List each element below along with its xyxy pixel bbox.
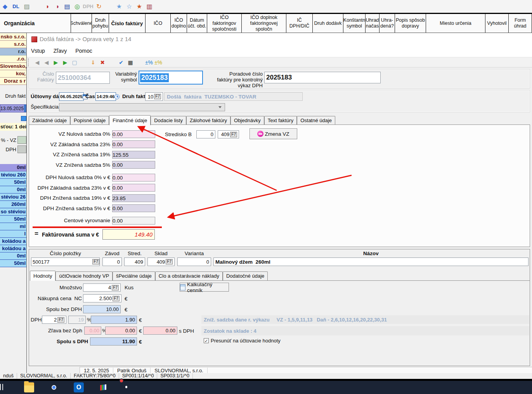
product-row[interactable]: 0ml — [0, 186, 26, 194]
calculator-icon[interactable]: ▦ — [126, 59, 135, 66]
partial-taskbar-icon[interactable] — [2, 384, 3, 390]
grid-column-header[interactable]: IČO faktoringov spoločnosti — [207, 14, 242, 33]
total-with-vat-field[interactable]: 11.90 — [90, 337, 137, 346]
tab[interactable]: šPeciálne údaje — [113, 271, 155, 280]
f7-button[interactable]: F7 — [166, 259, 173, 264]
item-number-field[interactable]: 500177 F7 — [31, 257, 100, 266]
org-row[interactable]: Doraz s r o — [0, 78, 26, 85]
product-row[interactable]: 50ml — [0, 179, 26, 186]
org-row[interactable]: r.o. — [0, 48, 26, 55]
item-name-field[interactable]: Malinový džem 260ml — [213, 257, 529, 266]
star-flame-icon[interactable]: ★ — [134, 2, 144, 12]
dph-ledger-icon[interactable]: ▤ — [62, 2, 72, 12]
finance-row-field[interactable]: 0.00 — [112, 204, 155, 212]
plant-field[interactable]: 0 — [102, 257, 122, 266]
image-icon[interactable]: ▨ — [22, 2, 32, 12]
discount-with-vat-field[interactable]: 0.00 — [143, 327, 177, 335]
center-field[interactable]: 409 — [124, 257, 145, 266]
grid-column-header[interactable]: Vyhotovil — [485, 14, 509, 33]
accounting-date-field[interactable]: 06.05.2025 — [59, 92, 84, 101]
product-row[interactable]: koládou a r — [0, 238, 26, 245]
grid-column-header[interactable]: Form úhrad — [509, 14, 532, 33]
org-row[interactable]: nsko s.r.o. — [0, 33, 26, 41]
first-record-icon[interactable]: ◀ — [33, 59, 42, 66]
tab[interactable]: Dodacie listy — [151, 116, 186, 125]
f7-button[interactable]: F7 — [92, 259, 99, 264]
time-field[interactable]: 14:29:46 — [95, 92, 116, 101]
org-row[interactable]: Slovensko, — [0, 63, 26, 70]
control-statement-number-field[interactable]: 2025183 — [264, 72, 381, 83]
grid-column-header[interactable]: IČO doplnok faktoringovej spoločn — [242, 14, 286, 33]
confirm-icon[interactable]: ✔ — [116, 59, 126, 66]
f7-button[interactable]: F7 — [112, 285, 119, 290]
grid-column-header[interactable]: Uhrad načas — [366, 14, 380, 33]
f7-button[interactable]: F7 — [154, 94, 161, 99]
finance-row-field[interactable]: 23.85 — [112, 194, 155, 202]
product-row[interactable]: 0ml — [0, 164, 26, 171]
variant-field[interactable]: 0 — [177, 257, 211, 266]
calendar-icon[interactable] — [24, 105, 26, 112]
product-row[interactable]: 50ml — [0, 216, 26, 223]
price-list-button[interactable]: Kalkulačný cenník — [180, 283, 229, 292]
dph-draft-icon[interactable]: DPH — [82, 2, 94, 12]
product-row[interactable]: 260ml — [0, 201, 26, 208]
outlook-icon[interactable]: O — [74, 382, 84, 392]
invoice-number-field[interactable]: 251000364 — [56, 72, 110, 84]
sidebar-date-field[interactable]: 13.05.2025 — [0, 104, 26, 112]
org-row[interactable]: s.r.o. — [0, 41, 26, 48]
tab[interactable]: Ostatné údaje — [297, 116, 335, 125]
tab[interactable]: Clo a obstarávacie náklady — [155, 271, 223, 280]
spinning-top-icon[interactable]: ◆ — [0, 2, 10, 12]
grid-column-header[interactable]: Druh dodávk — [313, 14, 343, 33]
finance-row-field[interactable]: 0.00 — [112, 174, 155, 181]
tab[interactable]: Hodnoty — [30, 271, 55, 281]
new-page-icon[interactable]: ▢ — [70, 59, 79, 66]
f7-button[interactable]: F7 — [230, 132, 237, 137]
grid-column-header[interactable]: Miesto určenia — [426, 14, 485, 33]
zmena-vz-button[interactable]: Zmena VZ — [250, 128, 297, 139]
product-row[interactable]: koládou a r — [0, 245, 26, 252]
org-row[interactable]: kov, družst — [0, 70, 26, 78]
grid-column-header[interactable]: IČO — [146, 14, 171, 33]
star-outline-icon[interactable]: ☆ — [124, 2, 134, 12]
dph-report-icon[interactable]: ◑ — [42, 2, 52, 12]
finance-row-field[interactable]: 0.00 — [112, 140, 155, 148]
file-explorer-icon[interactable] — [24, 382, 34, 392]
vat-amount-field[interactable]: 1.90 — [91, 316, 137, 324]
tab[interactable]: účtOvacie hodnoty VP — [55, 271, 113, 280]
variable-symbol-field[interactable]: 2025183 — [139, 71, 203, 85]
tab[interactable]: Objednávky — [230, 116, 264, 125]
grid-column-header[interactable]: Organizácia — [0, 14, 71, 33]
finance-row-field[interactable]: 0.00 — [112, 161, 155, 169]
warehouse-field[interactable]: 409 F7 — [147, 257, 175, 266]
grid-column-header[interactable]: Popis spôsob dopravy — [395, 14, 426, 33]
tab[interactable]: Dodatočné údaje — [223, 271, 268, 280]
org-row[interactable]: .r.o. — [0, 55, 26, 63]
delete-icon[interactable]: ✖ — [98, 59, 107, 66]
specification-dropdown[interactable] — [59, 103, 225, 111]
menu-item[interactable]: Vstup — [27, 47, 49, 55]
f7-button[interactable]: F7 — [113, 296, 120, 301]
tab[interactable]: Popisné údaje — [70, 116, 109, 125]
cent-rounding-field[interactable]: 0.00 — [112, 217, 155, 225]
percent-yellow-icon[interactable]: ±% — [154, 59, 163, 66]
total-without-vat-field[interactable]: 10.00 — [83, 305, 121, 313]
vz-field[interactable] — [17, 136, 26, 144]
transfer-checkbox[interactable]: ✓ — [204, 338, 209, 343]
finance-row-field[interactable]: 0.00 — [112, 130, 155, 138]
menu-item[interactable]: Zľavy — [49, 47, 71, 55]
euro-cycle-icon[interactable]: ↻ — [94, 2, 104, 12]
tab[interactable]: Základné údaje — [29, 116, 70, 125]
grid-column-header[interactable]: IČ DPH/DIČ — [286, 14, 313, 33]
product-row[interactable]: téviou 260 — [0, 171, 26, 179]
product-row[interactable]: 50ml — [0, 260, 26, 267]
discount-amount-field[interactable]: 0.00 — [105, 327, 137, 335]
clock-icon[interactable] — [114, 94, 120, 99]
product-row[interactable]: l — [0, 230, 26, 238]
last-record-icon[interactable]: ▶ — [61, 59, 70, 66]
grid-column-header[interactable]: Schválené — [71, 14, 92, 33]
grid-column-header[interactable]: IČO doplno — [171, 14, 187, 33]
product-row[interactable]: 0ml — [0, 252, 26, 260]
tab[interactable]: Zálohové faktúry — [186, 116, 230, 125]
tab[interactable]: Text faktúry — [264, 116, 297, 125]
